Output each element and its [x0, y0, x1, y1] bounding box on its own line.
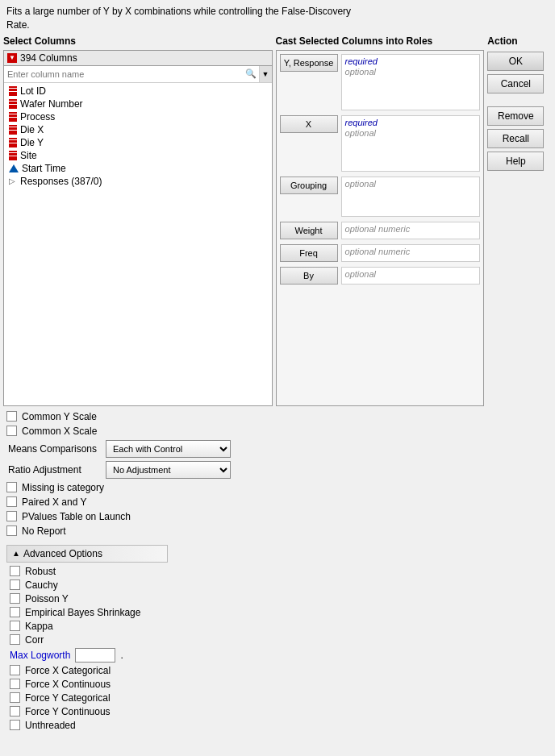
- max-logworth-input[interactable]: [75, 648, 115, 663]
- role-button-freq[interactable]: Freq: [280, 244, 338, 262]
- means-comparisons-row: Means Comparisons Each with Control All …: [8, 440, 549, 458]
- triangle-icon: [9, 164, 19, 172]
- optional-label: optional: [345, 269, 477, 279]
- pvalues-table-label: PValues Table on Launch: [22, 511, 131, 522]
- empirical-bayes-label: Empirical Bayes Shrinkage: [25, 607, 140, 618]
- missing-category-checkbox[interactable]: [6, 482, 17, 492]
- kappa-checkbox[interactable]: [10, 621, 20, 631]
- recall-button[interactable]: Recall: [487, 129, 544, 148]
- role-drop-freq[interactable]: optional numeric: [341, 244, 481, 262]
- role-row-x: X required optional: [280, 115, 481, 172]
- advanced-checkbox-list: Robust Cauchy Poisson Y Empirical Bayes …: [6, 566, 549, 731]
- role-drop-weight[interactable]: optional numeric: [341, 222, 481, 239]
- list-item[interactable]: Lot ID: [4, 85, 272, 98]
- common-x-scale-row: Common X Scale: [6, 426, 549, 437]
- columns-box: ▼ 394 Columns 🔍 ▼ Lot ID: [3, 50, 273, 406]
- max-logworth-row: Max Logworth .: [10, 648, 549, 663]
- common-y-scale-checkbox[interactable]: [6, 411, 17, 422]
- corr-checkbox[interactable]: [10, 634, 20, 645]
- search-input[interactable]: [4, 67, 243, 81]
- role-row-weight: Weight optional numeric: [280, 222, 481, 239]
- max-logworth-link[interactable]: Max Logworth: [10, 650, 70, 661]
- unthreaded-checkbox[interactable]: [10, 720, 20, 730]
- role-row-by: By optional: [280, 267, 481, 285]
- search-button[interactable]: 🔍: [243, 66, 259, 82]
- ok-button[interactable]: OK: [487, 52, 544, 71]
- optional-label: optional: [345, 67, 477, 77]
- expand-icon[interactable]: ▷: [9, 177, 17, 185]
- common-x-scale-label: Common X Scale: [22, 426, 97, 437]
- red-bar-icon: [9, 112, 17, 122]
- role-button-grouping[interactable]: Grouping: [280, 177, 338, 194]
- description: Fits a large number of Y by X combinatio…: [0, 0, 555, 35]
- no-report-checkbox[interactable]: [6, 525, 17, 536]
- force-x-continuous-row: Force X Continuous: [10, 679, 549, 690]
- list-item[interactable]: ▷ Responses (387/0): [4, 175, 272, 188]
- roles-panel: Cast Selected Columns into Roles Y, Resp…: [276, 35, 485, 406]
- paired-xy-checkbox[interactable]: [6, 496, 17, 507]
- role-button-weight[interactable]: Weight: [280, 222, 338, 239]
- advanced-collapse-icon: ▲: [12, 549, 20, 558]
- search-row: 🔍 ▼: [4, 66, 272, 83]
- ratio-adjustment-row: Ratio Adjustment No Adjustment Bonferron…: [8, 461, 549, 479]
- list-item[interactable]: Die Y: [4, 136, 272, 149]
- robust-checkbox[interactable]: [10, 566, 20, 576]
- force-x-categorical-checkbox[interactable]: [10, 665, 20, 675]
- columns-count: 394 Columns: [20, 52, 77, 64]
- common-x-scale-checkbox[interactable]: [6, 426, 17, 436]
- red-bar-icon: [9, 86, 17, 96]
- cauchy-checkbox[interactable]: [10, 579, 20, 590]
- red-bar-icon: [9, 151, 17, 160]
- advanced-section: ▲ Advanced Options Robust Cauchy Poisson…: [0, 542, 555, 734]
- list-item[interactable]: Wafer Number: [4, 98, 272, 110]
- unthreaded-label: Unthreaded: [25, 720, 76, 731]
- pvalues-table-row: PValues Table on Launch: [6, 511, 549, 522]
- action-panel: Action OK Cancel Remove Recall Help: [487, 35, 552, 406]
- role-drop-y-response[interactable]: required optional: [341, 54, 481, 110]
- required-label: required: [345, 56, 477, 66]
- force-y-categorical-label: Force Y Categorical: [25, 692, 111, 704]
- logworth-dot: .: [120, 650, 123, 661]
- search-dropdown-arrow[interactable]: ▼: [259, 66, 272, 82]
- optional-numeric-label: optional numeric: [345, 247, 477, 256]
- means-comparisons-select[interactable]: Each with Control All Pairs With Best: [106, 440, 231, 458]
- poisson-y-checkbox[interactable]: [10, 593, 20, 604]
- role-drop-x[interactable]: required optional: [341, 115, 481, 172]
- list-item[interactable]: Process: [4, 110, 272, 123]
- cancel-button[interactable]: Cancel: [487, 74, 544, 93]
- list-item[interactable]: Start Time: [4, 162, 272, 175]
- pvalues-table-checkbox[interactable]: [6, 511, 17, 521]
- force-y-categorical-checkbox[interactable]: [10, 692, 20, 703]
- help-button[interactable]: Help: [487, 152, 544, 171]
- force-y-continuous-checkbox[interactable]: [10, 706, 20, 717]
- means-comparisons-label: Means Comparisons: [8, 443, 101, 455]
- robust-label: Robust: [25, 566, 56, 577]
- ratio-adjustment-label: Ratio Adjustment: [8, 464, 101, 476]
- optional-numeric-label: optional numeric: [345, 224, 477, 234]
- optional-label: optional: [345, 128, 477, 138]
- force-y-continuous-row: Force Y Continuous: [10, 706, 549, 717]
- red-bar-icon: [9, 99, 17, 109]
- force-x-continuous-checkbox[interactable]: [10, 679, 20, 689]
- role-button-x[interactable]: X: [280, 115, 338, 133]
- poisson-y-row: Poisson Y: [10, 593, 549, 604]
- advanced-options-header[interactable]: ▲ Advanced Options: [6, 545, 168, 563]
- options-section: Common Y Scale Common X Scale Means Comp…: [0, 406, 555, 542]
- kappa-label: Kappa: [25, 621, 53, 632]
- ratio-adjustment-select[interactable]: No Adjustment Bonferroni FDR: [106, 461, 231, 479]
- list-item[interactable]: Site: [4, 149, 272, 162]
- unthreaded-row: Unthreaded: [10, 720, 549, 731]
- roles-box: Y, Response required optional X required…: [276, 50, 485, 406]
- empirical-bayes-checkbox[interactable]: [10, 607, 20, 617]
- optional-label: optional: [345, 179, 477, 189]
- list-item[interactable]: Die X: [4, 123, 272, 136]
- columns-dropdown-arrow[interactable]: ▼: [7, 53, 17, 63]
- roles-title: Cast Selected Columns into Roles: [276, 35, 485, 47]
- role-button-y-response[interactable]: Y, Response: [280, 54, 338, 72]
- role-button-by[interactable]: By: [280, 267, 338, 285]
- force-x-continuous-label: Force X Continuous: [25, 679, 111, 690]
- role-drop-by[interactable]: optional: [341, 267, 481, 285]
- role-drop-grouping[interactable]: optional: [341, 177, 481, 217]
- poisson-y-label: Poisson Y: [25, 593, 69, 604]
- remove-button[interactable]: Remove: [487, 106, 544, 126]
